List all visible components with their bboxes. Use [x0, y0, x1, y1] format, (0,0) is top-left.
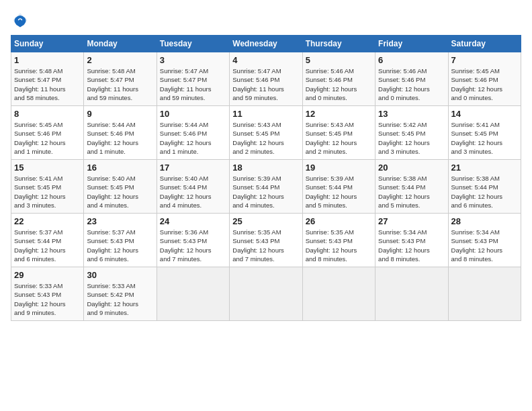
day-cell [448, 267, 521, 321]
day-number: 19 [306, 163, 372, 173]
day-cell [302, 267, 375, 321]
day-cell [230, 267, 302, 321]
day-info: Sunrise: 5:33 AMSunset: 5:43 PMDaylight:… [14, 281, 81, 317]
day-cell: 17Sunrise: 5:40 AMSunset: 5:44 PMDayligh… [157, 160, 229, 214]
day-cell: 26Sunrise: 5:35 AMSunset: 5:43 PMDayligh… [302, 214, 375, 267]
day-cell: 6Sunrise: 5:46 AMSunset: 5:46 PMDaylight… [375, 52, 448, 106]
header-cell-wednesday: Wednesday [230, 36, 302, 52]
day-number: 7 [451, 55, 518, 65]
day-info: Sunrise: 5:46 AMSunset: 5:46 PMDaylight:… [378, 66, 445, 102]
day-cell: 27Sunrise: 5:34 AMSunset: 5:43 PMDayligh… [375, 214, 448, 267]
day-info: Sunrise: 5:45 AMSunset: 5:46 PMDaylight:… [14, 120, 81, 156]
day-cell: 8Sunrise: 5:45 AMSunset: 5:46 PMDaylight… [11, 106, 84, 160]
day-info: Sunrise: 5:34 AMSunset: 5:43 PMDaylight:… [451, 228, 518, 263]
logo-icon [11, 11, 30, 30]
day-info: Sunrise: 5:36 AMSunset: 5:43 PMDaylight:… [160, 228, 226, 263]
day-number: 8 [14, 109, 81, 119]
header-cell-friday: Friday [375, 36, 448, 52]
day-cell: 7Sunrise: 5:45 AMSunset: 5:46 PMDaylight… [448, 52, 521, 106]
header-cell-thursday: Thursday [302, 36, 375, 52]
day-cell: 10Sunrise: 5:44 AMSunset: 5:46 PMDayligh… [157, 106, 229, 160]
header-cell-sunday: Sunday [11, 36, 84, 52]
day-info: Sunrise: 5:38 AMSunset: 5:44 PMDaylight:… [378, 174, 445, 210]
day-cell: 3Sunrise: 5:47 AMSunset: 5:47 PMDaylight… [157, 52, 229, 106]
day-cell: 13Sunrise: 5:42 AMSunset: 5:45 PMDayligh… [375, 106, 448, 160]
day-info: Sunrise: 5:45 AMSunset: 5:46 PMDaylight:… [451, 66, 518, 102]
day-number: 30 [87, 270, 153, 280]
day-info: Sunrise: 5:48 AMSunset: 5:47 PMDaylight:… [14, 66, 81, 102]
day-number: 17 [160, 163, 226, 173]
day-number: 10 [160, 109, 226, 119]
day-number: 12 [306, 109, 372, 119]
day-info: Sunrise: 5:40 AMSunset: 5:44 PMDaylight:… [160, 174, 226, 210]
day-number: 20 [378, 163, 445, 173]
day-cell: 30Sunrise: 5:33 AMSunset: 5:42 PMDayligh… [84, 267, 157, 321]
day-info: Sunrise: 5:44 AMSunset: 5:46 PMDaylight:… [160, 120, 226, 156]
day-number: 18 [232, 163, 299, 173]
day-cell: 18Sunrise: 5:39 AMSunset: 5:44 PMDayligh… [230, 160, 302, 214]
day-cell [157, 267, 229, 321]
day-number: 28 [451, 216, 518, 226]
day-cell: 28Sunrise: 5:34 AMSunset: 5:43 PMDayligh… [448, 214, 521, 267]
day-number: 1 [14, 55, 81, 65]
day-cell: 20Sunrise: 5:38 AMSunset: 5:44 PMDayligh… [375, 160, 448, 214]
day-number: 13 [378, 109, 445, 119]
page-header [11, 11, 521, 30]
day-number: 2 [87, 55, 153, 65]
day-number: 22 [14, 216, 81, 226]
calendar-body: 1Sunrise: 5:48 AMSunset: 5:47 PMDaylight… [11, 52, 521, 321]
day-number: 4 [232, 55, 299, 65]
week-row-0: 1Sunrise: 5:48 AMSunset: 5:47 PMDaylight… [11, 52, 521, 106]
header-cell-saturday: Saturday [448, 36, 521, 52]
day-info: Sunrise: 5:48 AMSunset: 5:47 PMDaylight:… [87, 66, 153, 102]
day-info: Sunrise: 5:46 AMSunset: 5:46 PMDaylight:… [306, 66, 372, 102]
day-number: 26 [306, 216, 372, 226]
day-number: 25 [232, 216, 299, 226]
day-number: 9 [87, 109, 153, 119]
day-cell: 12Sunrise: 5:43 AMSunset: 5:45 PMDayligh… [302, 106, 375, 160]
week-row-3: 22Sunrise: 5:37 AMSunset: 5:44 PMDayligh… [11, 214, 521, 267]
calendar-table: SundayMondayTuesdayWednesdayThursdayFrid… [11, 35, 521, 321]
day-info: Sunrise: 5:43 AMSunset: 5:45 PMDaylight:… [232, 120, 299, 156]
day-number: 16 [87, 163, 153, 173]
day-info: Sunrise: 5:33 AMSunset: 5:42 PMDaylight:… [87, 281, 153, 317]
day-number: 29 [14, 270, 81, 280]
day-number: 27 [378, 216, 445, 226]
day-info: Sunrise: 5:39 AMSunset: 5:44 PMDaylight:… [306, 174, 372, 210]
day-cell [375, 267, 448, 321]
day-info: Sunrise: 5:47 AMSunset: 5:47 PMDaylight:… [160, 66, 226, 102]
day-number: 11 [232, 109, 299, 119]
day-cell: 9Sunrise: 5:44 AMSunset: 5:46 PMDaylight… [84, 106, 157, 160]
day-info: Sunrise: 5:40 AMSunset: 5:45 PMDaylight:… [87, 174, 153, 210]
day-info: Sunrise: 5:43 AMSunset: 5:45 PMDaylight:… [306, 120, 372, 156]
day-number: 5 [306, 55, 372, 65]
day-info: Sunrise: 5:37 AMSunset: 5:43 PMDaylight:… [87, 228, 153, 263]
day-info: Sunrise: 5:42 AMSunset: 5:45 PMDaylight:… [378, 120, 445, 156]
day-cell: 2Sunrise: 5:48 AMSunset: 5:47 PMDaylight… [84, 52, 157, 106]
header-cell-tuesday: Tuesday [157, 36, 229, 52]
day-cell: 29Sunrise: 5:33 AMSunset: 5:43 PMDayligh… [11, 267, 84, 321]
day-number: 21 [451, 163, 518, 173]
day-number: 15 [14, 163, 81, 173]
day-info: Sunrise: 5:35 AMSunset: 5:43 PMDaylight:… [232, 228, 299, 263]
day-number: 3 [160, 55, 226, 65]
day-info: Sunrise: 5:47 AMSunset: 5:46 PMDaylight:… [232, 66, 299, 102]
day-cell: 21Sunrise: 5:38 AMSunset: 5:44 PMDayligh… [448, 160, 521, 214]
day-cell: 15Sunrise: 5:41 AMSunset: 5:45 PMDayligh… [11, 160, 84, 214]
day-info: Sunrise: 5:41 AMSunset: 5:45 PMDaylight:… [451, 120, 518, 156]
day-cell: 22Sunrise: 5:37 AMSunset: 5:44 PMDayligh… [11, 214, 84, 267]
day-cell: 16Sunrise: 5:40 AMSunset: 5:45 PMDayligh… [84, 160, 157, 214]
day-info: Sunrise: 5:34 AMSunset: 5:43 PMDaylight:… [378, 228, 445, 263]
day-info: Sunrise: 5:44 AMSunset: 5:46 PMDaylight:… [87, 120, 153, 156]
day-cell: 4Sunrise: 5:47 AMSunset: 5:46 PMDaylight… [230, 52, 302, 106]
day-info: Sunrise: 5:38 AMSunset: 5:44 PMDaylight:… [451, 174, 518, 210]
day-number: 23 [87, 216, 153, 226]
day-number: 6 [378, 55, 445, 65]
header-row: SundayMondayTuesdayWednesdayThursdayFrid… [11, 36, 521, 52]
day-info: Sunrise: 5:39 AMSunset: 5:44 PMDaylight:… [232, 174, 299, 210]
day-number: 24 [160, 216, 226, 226]
day-cell: 11Sunrise: 5:43 AMSunset: 5:45 PMDayligh… [230, 106, 302, 160]
day-cell: 24Sunrise: 5:36 AMSunset: 5:43 PMDayligh… [157, 214, 229, 267]
header-cell-monday: Monday [84, 36, 157, 52]
day-cell: 14Sunrise: 5:41 AMSunset: 5:45 PMDayligh… [448, 106, 521, 160]
